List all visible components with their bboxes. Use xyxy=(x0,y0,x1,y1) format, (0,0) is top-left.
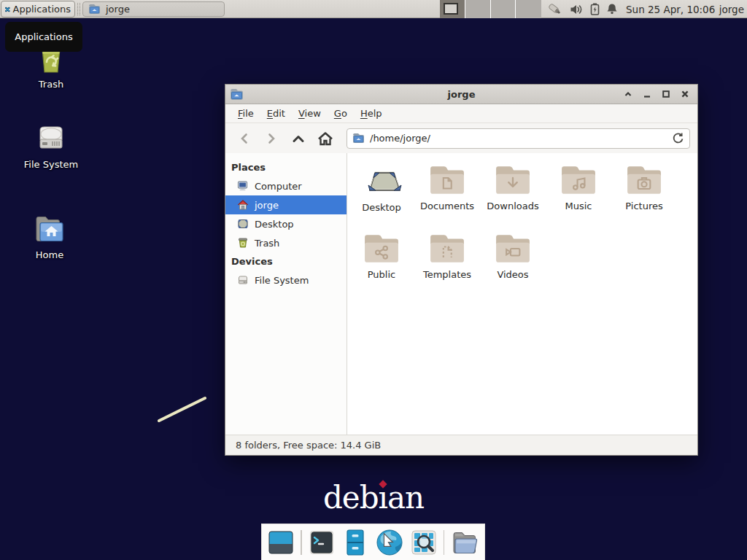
desktop-icon-label: Home xyxy=(36,249,63,260)
file-manager-window: jorge File Edit View Go Help xyxy=(225,84,698,456)
workspace-1[interactable] xyxy=(440,0,465,18)
applications-menu-button[interactable]: Applications xyxy=(1,1,75,18)
maximize-button[interactable] xyxy=(659,88,672,101)
terminal-icon xyxy=(308,529,336,556)
forward-button[interactable] xyxy=(260,128,283,149)
shade-button[interactable] xyxy=(622,88,634,101)
folder-label: Music xyxy=(565,201,592,211)
folder-window-icon xyxy=(88,4,101,15)
folder-label: Documents xyxy=(420,201,474,211)
folder-pictures[interactable]: Pictures xyxy=(611,163,677,232)
taskbar-window-button[interactable]: jorge xyxy=(82,1,225,17)
minimize-button[interactable] xyxy=(640,88,653,101)
application-finder-icon xyxy=(410,529,438,556)
folder-label: Desktop xyxy=(362,202,401,213)
dock-separator xyxy=(301,530,302,555)
panel-clock[interactable]: Sun 25 Apr, 10:06 xyxy=(626,0,715,18)
public-folder-icon xyxy=(363,232,400,264)
sidebar-item-label: Trash xyxy=(255,238,279,249)
applications-tooltip: Applications xyxy=(5,22,82,52)
top-panel: Applications jorge xyxy=(0,0,747,18)
sidebar-item-label: Desktop xyxy=(255,219,294,230)
desktop-icon xyxy=(237,218,249,230)
folder-public[interactable]: Public xyxy=(349,232,414,300)
folder-desktop[interactable]: Desktop xyxy=(349,163,414,232)
desktop-icon-label: Trash xyxy=(39,79,63,90)
workspace-3[interactable] xyxy=(491,0,516,18)
music-folder-icon xyxy=(560,163,597,195)
folder-documents[interactable]: Documents xyxy=(414,163,480,232)
show-desktop-button[interactable] xyxy=(267,529,295,556)
debian-logo-text: an xyxy=(387,480,424,516)
panel-username[interactable]: jorge xyxy=(719,0,744,18)
workspace-2[interactable] xyxy=(465,0,491,18)
panel-handle[interactable] xyxy=(77,3,80,15)
sidebar-item-label: Computer xyxy=(255,181,302,192)
menubar: File Edit View Go Help xyxy=(225,104,697,123)
desktop-special-icon xyxy=(361,163,402,197)
menu-help[interactable]: Help xyxy=(354,105,389,122)
folder-downloads[interactable]: Downloads xyxy=(480,163,546,232)
workspace-4[interactable] xyxy=(516,0,541,18)
marker-tool-icon[interactable] xyxy=(547,2,563,17)
menu-edit[interactable]: Edit xyxy=(260,105,292,122)
home-icon xyxy=(237,199,249,211)
file-manager-launcher[interactable] xyxy=(450,529,479,556)
taskbar-window-label: jorge xyxy=(106,4,130,15)
folder-label: Downloads xyxy=(487,201,538,211)
folder-templates[interactable]: Templates xyxy=(414,232,480,300)
terminal-launcher[interactable] xyxy=(308,529,336,556)
path-input[interactable]: /home/jorge/ xyxy=(370,133,667,144)
window-titlebar[interactable]: jorge xyxy=(225,85,697,104)
debian-wallpaper-logo: debıan xyxy=(0,480,747,516)
home-button[interactable] xyxy=(314,128,337,149)
sidebar-item-label: File System xyxy=(255,275,309,286)
folder-label: Pictures xyxy=(625,201,662,211)
workspace-window-thumb xyxy=(444,3,458,15)
menu-file[interactable]: File xyxy=(231,105,260,122)
web-browser-launcher[interactable] xyxy=(375,528,404,557)
computer-icon xyxy=(237,180,249,192)
hard-drive-icon xyxy=(34,124,68,155)
dock-separator xyxy=(444,530,445,555)
notifications-bell-icon[interactable] xyxy=(606,3,618,15)
battery-charging-icon[interactable] xyxy=(590,3,600,15)
menu-view[interactable]: View xyxy=(292,105,328,122)
templates-folder-icon xyxy=(429,232,465,264)
application-finder-launcher[interactable] xyxy=(410,529,438,556)
reload-icon[interactable] xyxy=(672,132,684,144)
location-bar[interactable]: /home/jorge/ xyxy=(347,128,690,149)
sidebar: Places Computer xyxy=(225,153,347,435)
window-body: Places Computer xyxy=(225,153,697,435)
sidebar-item-jorge[interactable]: jorge xyxy=(225,195,347,214)
sidebar-header-devices: Devices xyxy=(225,252,347,271)
file-cabinet-icon xyxy=(341,529,369,556)
show-desktop-icon xyxy=(267,529,295,556)
desktop-icon-home[interactable]: Home xyxy=(9,213,90,260)
debian-logo-text: deb xyxy=(323,480,379,516)
xfce-applications-icon xyxy=(5,4,10,15)
folder-videos[interactable]: Videos xyxy=(480,232,546,300)
close-button[interactable] xyxy=(678,88,691,101)
applications-menu-label: Applications xyxy=(13,4,71,15)
pen-stroke-artifact xyxy=(153,392,214,427)
up-button[interactable] xyxy=(287,128,310,149)
desktop-icon-file-system[interactable]: File System xyxy=(11,124,91,170)
folder-view: Desktop Documents xyxy=(347,153,697,435)
statusbar: 8 folders, Free space: 14.4 GiB xyxy=(225,435,697,455)
menu-go[interactable]: Go xyxy=(328,105,354,122)
pictures-folder-icon xyxy=(626,163,662,195)
back-button[interactable] xyxy=(233,128,256,149)
sidebar-item-label: jorge xyxy=(255,200,279,211)
volume-icon[interactable] xyxy=(570,4,584,15)
file-cabinet-launcher[interactable] xyxy=(341,529,369,556)
folder-music[interactable]: Music xyxy=(546,163,611,232)
sidebar-item-file-system[interactable]: File System xyxy=(225,271,347,289)
folder-label: Videos xyxy=(497,269,528,280)
sidebar-item-computer[interactable]: Computer xyxy=(225,176,347,195)
sidebar-item-desktop[interactable]: Desktop xyxy=(225,214,347,233)
web-browser-globe-icon xyxy=(375,528,404,557)
sidebar-header-places: Places xyxy=(225,158,347,176)
sidebar-item-trash[interactable]: Trash xyxy=(225,233,347,252)
folder-icon xyxy=(450,529,479,556)
